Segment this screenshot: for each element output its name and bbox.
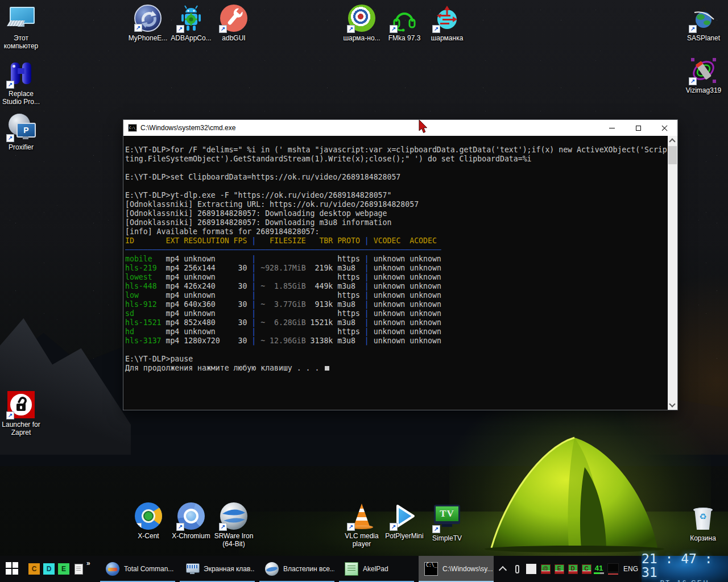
desktop-icon-srware[interactable]: ↗ SRWare Iron (64-Bit) — [206, 502, 261, 548]
notepad-icon — [345, 562, 358, 576]
start-button[interactable] — [6, 562, 19, 576]
white-square-icon — [526, 564, 536, 574]
tray-expand-chevron[interactable] — [496, 556, 510, 582]
icon-label: SRWare Iron (64-Bit) — [213, 532, 255, 548]
icon-label: Vizimag319 — [676, 86, 728, 94]
tray-drive-e[interactable]: E — [553, 556, 565, 582]
close-icon — [661, 125, 668, 131]
keyboard-monitor-icon — [185, 562, 199, 576]
icon-label: SASPlanet — [676, 34, 728, 42]
proxifier-icon: P ↗ — [7, 114, 35, 141]
icon-label: Replace Studio Pro... — [0, 90, 42, 106]
counter-value: 41 — [595, 564, 603, 572]
minimize-icon — [609, 128, 615, 128]
paperclip-icon — [515, 565, 519, 573]
clock-date: ВТ, 16 СЕН — [660, 579, 710, 582]
tray-clock[interactable]: 21 : 47 : 31 ВТ, 16 СЕН — [642, 556, 728, 582]
shortcut-arrow-icon: ↗ — [219, 25, 227, 33]
shortcut-arrow-icon: ↗ — [390, 25, 398, 33]
maximize-button[interactable] — [625, 120, 651, 136]
taskbar-button-onscreen-keyboard[interactable]: Экранная клав... — [180, 556, 255, 582]
icon-label: SimpleTV — [420, 534, 474, 542]
sync-arrows-icon: ↗ — [134, 5, 162, 32]
shortcut-arrow-icon: ↗ — [689, 25, 697, 33]
close-button[interactable] — [651, 120, 677, 136]
desktop-icon-proxifier[interactable]: P ↗ Proxifier — [0, 114, 48, 151]
desktop-icon-simpletv[interactable]: TV ↗ SimpleTV — [420, 502, 474, 542]
binoculars-icon: ↗ — [7, 60, 35, 88]
chromium-icon: ↗ — [177, 502, 205, 530]
shortcut-arrow-icon: ↗ — [176, 523, 184, 531]
icon-label: Proxifier — [0, 143, 48, 151]
quicklaunch-drive-e[interactable]: E — [58, 563, 69, 575]
padlock-icon: ↗ — [7, 391, 35, 418]
clock-time: 21 : 47 : 31 — [642, 552, 728, 579]
taskbar: C D E » Total Comman... Экранная клав...… — [0, 556, 728, 582]
icon-label: Launcher for Zapret — [0, 421, 42, 436]
desktop-icon-sharmanka[interactable]: ↗ шарманка — [420, 5, 474, 42]
tray-drive-d[interactable]: D — [566, 556, 579, 582]
quicklaunch-drive-d[interactable]: D — [43, 563, 55, 575]
tray-drive-at[interactable]: @ — [539, 556, 552, 582]
icon-label: Корзина — [676, 534, 728, 542]
desktop-icon-vizimag[interactable]: ↗ Vizimag319 — [676, 57, 728, 94]
scroll-up-icon[interactable] — [669, 138, 675, 144]
shortcut-arrow-icon: ↗ — [219, 523, 227, 531]
tray-drive-c[interactable]: C — [580, 556, 593, 582]
shortcut-arrow-icon: ↗ — [6, 81, 14, 89]
minimize-button[interactable] — [599, 120, 625, 136]
tray-black-square[interactable] — [606, 556, 620, 582]
console-scrollbar[interactable] — [668, 136, 677, 410]
desktop-icon-replace-studio[interactable]: ↗ Replace Studio Pro... — [0, 60, 48, 106]
icon-label: VLC media player — [341, 532, 383, 548]
window-titlebar[interactable]: C:\_ C:\Windows\system32\cmd.exe — [123, 120, 677, 136]
red-underline — [608, 573, 618, 575]
quicklaunch-overflow-chevron[interactable]: » — [86, 559, 90, 567]
icon-label: adbGUI — [206, 34, 261, 42]
console-text: E:\YT-DLP>for /F "delims=" %i in (' msht… — [125, 146, 668, 410]
shortcut-arrow-icon: ↗ — [347, 25, 355, 33]
counter-bar — [594, 572, 604, 574]
shortcut-arrow-icon: ↗ — [135, 523, 142, 530]
icon-label: шарманка — [420, 34, 474, 42]
headphones-icon: ↗ — [391, 5, 418, 32]
tray-counter[interactable]: 41 — [593, 556, 605, 582]
desktop-icon-sasplanet[interactable]: ↗ SASPlanet — [676, 5, 728, 42]
taskbar-button-akelpad[interactable]: AkelPad — [339, 556, 414, 582]
iron-globe-icon: ↗ — [220, 502, 247, 530]
shortcut-arrow-icon: ↗ — [390, 523, 398, 531]
tv-icon: TV ↗ — [433, 505, 461, 532]
quicklaunch-drive-c[interactable]: C — [28, 563, 40, 575]
wrench-icon: ↗ — [220, 5, 247, 32]
desktop-icon-this-pc[interactable]: Этот компьютер — [0, 5, 48, 50]
xcent-icon: ↗ — [135, 502, 162, 530]
scrollbar-thumb[interactable] — [668, 146, 677, 164]
magnet-field-icon: ↗ — [690, 57, 717, 84]
document-icon — [75, 564, 83, 575]
iron-globe-icon — [265, 562, 279, 576]
taskbar-button-cmd[interactable]: C:\_ C:\Windows\sy... — [419, 556, 494, 582]
play-triangle-icon: ↗ — [391, 502, 418, 530]
tray-clip-icon[interactable] — [511, 556, 523, 582]
scroll-down-icon[interactable] — [669, 401, 675, 407]
desktop-icon-recycle-bin[interactable]: ♻ Корзина — [676, 505, 728, 542]
desktop-icon-adbgui[interactable]: ↗ adbGUI — [206, 5, 261, 42]
shortcut-arrow-icon: ↗ — [432, 525, 440, 533]
console-area[interactable]: E:\YT-DLP>for /F "delims=" %i in (' msht… — [123, 136, 677, 410]
icon-label: Этот компьютер — [0, 34, 42, 50]
shortcut-arrow-icon: ↗ — [134, 24, 142, 32]
sphere-arrows-icon: ↗ — [433, 5, 461, 32]
language-indicator[interactable]: ENG — [621, 556, 640, 582]
quicklaunch-document[interactable] — [73, 563, 84, 575]
tray-white-square[interactable] — [524, 556, 538, 582]
shortcut-arrow-icon: ↗ — [432, 25, 440, 33]
cmd-window: C:\_ C:\Windows\system32\cmd.exe E:\YT-D… — [123, 119, 678, 410]
vlc-cone-icon: ↗ — [348, 502, 375, 530]
windows-logo-icon — [6, 562, 11, 568]
taskbar-button-total-commander[interactable]: Total Comman... — [100, 556, 175, 582]
shortcut-arrow-icon: ↗ — [176, 25, 184, 33]
taskbar-button-vlastelin[interactable]: Властелин все... — [259, 556, 334, 582]
window-title: C:\Windows\system32\cmd.exe — [140, 124, 235, 132]
chevron-up-icon — [499, 566, 507, 574]
desktop-icon-zapret[interactable]: ↗ Launcher for Zapret — [0, 391, 48, 436]
